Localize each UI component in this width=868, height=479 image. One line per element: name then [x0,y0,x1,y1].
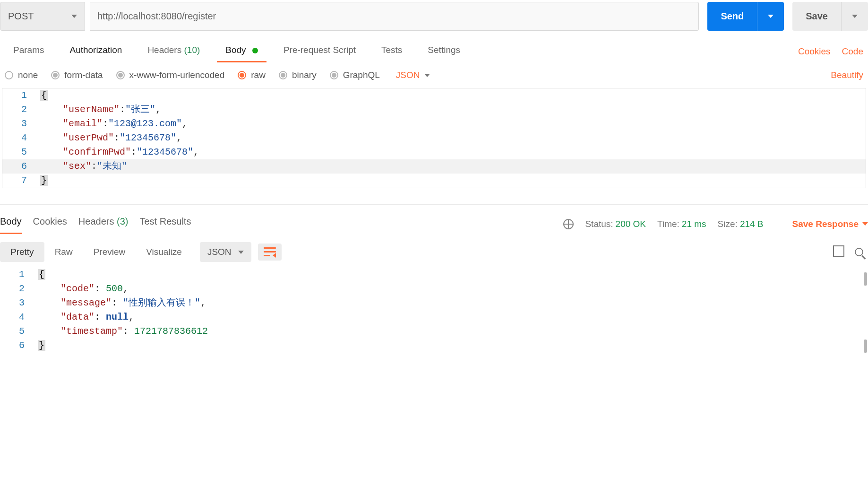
body-type-none[interactable]: none [5,70,38,80]
radio-icon [279,71,287,79]
line-number: 6 [0,339,38,353]
request-body-editor[interactable]: 1{ 2 "userName":"张三", 3 "email":"123@123… [2,88,866,188]
line-number: 3 [0,296,38,310]
tab-body[interactable]: Body [217,41,266,62]
response-tab-headers[interactable]: Headers (3) [78,216,129,232]
tab-params[interactable]: Params [5,41,52,62]
line-number: 5 [0,324,38,339]
response-tab-cookies[interactable]: Cookies [33,216,67,232]
chevron-down-icon [238,251,244,254]
copy-icon[interactable] [835,247,844,257]
tab-tests[interactable]: Tests [373,41,411,62]
save-button[interactable]: Save [792,2,841,31]
line-number: 5 [2,145,40,159]
time-label: Time: [657,219,679,229]
status-label: Status: [585,219,613,229]
radio-icon [116,71,125,79]
tab-body-label: Body [225,45,246,55]
dot-indicator-icon [252,48,258,53]
response-tab-body[interactable]: Body [0,216,22,232]
view-mode-preview[interactable]: Preview [83,242,136,262]
body-type-raw[interactable]: raw [238,70,266,80]
time-value: 21 ms [682,219,706,229]
chevron-down-icon [71,15,77,18]
tab-settings[interactable]: Settings [419,41,469,62]
send-button[interactable]: Send [707,2,757,31]
tab-prerequest[interactable]: Pre-request Script [275,41,364,62]
save-dropdown-button[interactable] [841,2,868,31]
separator [778,218,778,230]
view-mode-visualize[interactable]: Visualize [136,242,192,262]
tab-headers[interactable]: Headers (10) [139,41,208,62]
line-number: 3 [2,117,40,131]
body-type-formdata[interactable]: form-data [51,70,103,80]
line-number: 7 [2,174,40,188]
http-method-select[interactable]: POST [0,2,85,31]
response-body-viewer[interactable]: 1{ 2 "code": 500, 3 "message": "性别输入有误！"… [0,268,868,353]
save-response-button[interactable]: Save Response [792,219,868,229]
tab-authorization[interactable]: Authorization [61,41,130,62]
line-number: 4 [2,131,40,145]
radio-icon [5,71,13,79]
body-type-graphql[interactable]: GraphQL [330,70,380,80]
scrollbar[interactable] [864,340,867,353]
wrap-icon [264,247,276,257]
response-format-select[interactable]: JSON [200,242,251,262]
scrollbar[interactable] [864,272,867,286]
globe-icon[interactable] [563,219,574,229]
url-input[interactable] [90,2,699,31]
headers-count: (10) [184,45,200,55]
code-link[interactable]: Code [842,46,863,57]
cookies-link[interactable]: Cookies [798,46,831,57]
line-number: 1 [2,88,40,103]
wrap-lines-button[interactable] [258,244,282,261]
view-mode-pretty[interactable]: Pretty [0,242,44,262]
body-format-select[interactable]: JSON [396,70,430,80]
line-number: 1 [0,268,38,282]
response-headers-count: (3) [117,216,128,226]
beautify-link[interactable]: Beautify [831,70,863,80]
radio-selected-icon [238,71,246,79]
status-value: 200 OK [616,219,646,229]
size-label: Size: [718,219,738,229]
http-method-label: POST [8,11,34,22]
radio-icon [330,71,338,79]
body-type-urlencoded[interactable]: x-www-form-urlencoded [116,70,225,80]
line-number: 6 [2,159,40,174]
radio-icon [51,71,60,79]
size-value: 214 B [740,219,764,229]
chevron-down-icon [768,15,773,18]
line-number: 4 [0,310,38,324]
response-tab-testresults[interactable]: Test Results [139,216,191,232]
view-mode-raw[interactable]: Raw [44,242,83,262]
chevron-down-icon [852,15,858,18]
chevron-down-icon [862,222,868,226]
chevron-down-icon [424,74,430,77]
line-number: 2 [2,103,40,117]
line-number: 2 [0,282,38,296]
tab-headers-label: Headers [147,45,181,55]
send-dropdown-button[interactable] [757,2,784,31]
body-type-binary[interactable]: binary [279,70,317,80]
search-icon[interactable] [855,248,863,256]
